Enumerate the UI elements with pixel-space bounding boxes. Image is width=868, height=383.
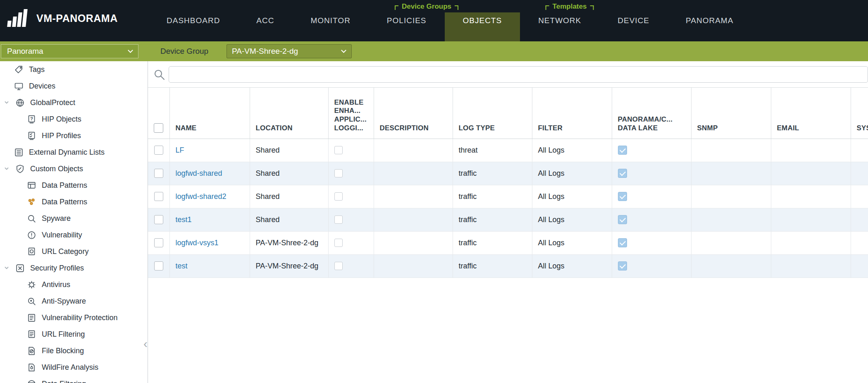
row-select-checkbox[interactable] xyxy=(154,192,163,201)
sidebar-item-label: URL Category xyxy=(42,247,88,256)
sidebar-item-globalprotect[interactable]: GlobalProtect xyxy=(0,94,148,111)
tree-expand-caret-icon[interactable] xyxy=(3,265,10,271)
cell-name: LF xyxy=(169,139,250,162)
custom-objects-icon xyxy=(15,164,25,174)
sidebar-item-antivirus[interactable]: Antivirus xyxy=(0,276,148,293)
sidebar-item-custom-objects[interactable]: Custom Objects xyxy=(0,160,148,177)
table-row: logfwd-shared2SharedtrafficAll Logs xyxy=(148,185,868,208)
cell-panorama-cdl xyxy=(612,231,691,254)
name-link[interactable]: logfwd-shared2 xyxy=(176,192,227,201)
sidebar-item-url-filtering[interactable]: URL Filtering xyxy=(0,326,148,342)
panorama-cdl-checkbox[interactable] xyxy=(618,169,627,178)
select-all-header xyxy=(148,88,169,139)
panorama-cdl-checkbox[interactable] xyxy=(618,215,627,224)
svg-text:?: ? xyxy=(30,116,33,121)
cell-enable-eal xyxy=(328,208,374,231)
sidebar-item-hip-profiles[interactable]: HIP Profiles xyxy=(0,127,148,144)
tag-icon xyxy=(14,65,24,74)
tree-expand-caret-icon[interactable] xyxy=(3,165,10,172)
panorama-cdl-checkbox[interactable] xyxy=(618,146,627,155)
sidebar-item-vulnerability-protection[interactable]: Vulnerability Protection xyxy=(0,309,148,326)
row-select-checkbox[interactable] xyxy=(154,215,163,224)
sidebar-item-spyware[interactable]: Spyware xyxy=(0,210,148,227)
panorama-scope-select[interactable]: Panorama xyxy=(1,44,138,58)
sidebar-item-data-patterns[interactable]: Data Patterns xyxy=(0,177,148,194)
sidebar-item-url-category[interactable]: URL Category xyxy=(0,243,148,260)
search-input[interactable] xyxy=(169,66,868,83)
name-link[interactable]: test1 xyxy=(176,215,192,224)
cell-email xyxy=(771,185,851,208)
sidebar-item-security-profiles[interactable]: Security Profiles xyxy=(0,260,148,276)
col-header-filter: FILTER xyxy=(532,88,612,139)
panorama-cdl-checkbox[interactable] xyxy=(618,238,627,247)
enable-eal-checkbox[interactable] xyxy=(334,169,343,177)
panorama-cdl-checkbox[interactable] xyxy=(618,192,627,201)
sidebar-item-tags[interactable]: Tags xyxy=(0,61,148,78)
bracket-left-icon xyxy=(395,5,398,10)
enable-eal-checkbox[interactable] xyxy=(334,239,343,247)
tab-acc[interactable]: ACC xyxy=(238,0,292,41)
enable-eal-checkbox[interactable] xyxy=(334,262,343,270)
name-link[interactable]: logfwd-shared xyxy=(176,169,222,177)
enable-eal-checkbox[interactable] xyxy=(334,192,343,201)
tab-panorama[interactable]: PANORAMA xyxy=(668,0,751,41)
sidebar-item-file-blocking[interactable]: File Blocking xyxy=(0,342,148,359)
tab-monitor[interactable]: MONITOR xyxy=(292,0,368,41)
cell-enable-eal xyxy=(328,231,374,254)
sidebar-collapse-handle[interactable]: ‹ xyxy=(143,338,148,350)
row-select-checkbox[interactable] xyxy=(154,169,163,178)
spyware-icon xyxy=(27,214,36,223)
sidebar-item-wildfire-analysis[interactable]: WildFire Analysis xyxy=(0,359,148,376)
row-select-checkbox[interactable] xyxy=(154,261,163,270)
cell-location: Shared xyxy=(250,185,328,208)
cell-panorama-cdl xyxy=(612,139,691,162)
cell-filter: All Logs xyxy=(532,231,612,254)
col-header-location: LOCATION xyxy=(250,88,328,139)
cell-syslog xyxy=(851,231,868,254)
cell-select xyxy=(148,208,169,231)
select-all-checkbox[interactable] xyxy=(154,123,163,133)
cell-syslog xyxy=(851,185,868,208)
enable-eal-checkbox[interactable] xyxy=(334,215,343,224)
tab-dashboard[interactable]: DASHBOARD xyxy=(148,0,238,41)
cell-log-type: threat xyxy=(453,139,532,162)
name-link[interactable]: test xyxy=(176,262,188,270)
cell-snmp xyxy=(691,208,771,231)
brand: VM-PANORAMA xyxy=(4,7,118,29)
sidebar-item-devices[interactable]: Devices xyxy=(0,78,148,94)
devices-icon xyxy=(14,81,24,91)
cell-email xyxy=(771,139,851,162)
row-select-checkbox[interactable] xyxy=(154,146,163,155)
wildfire-analysis-icon xyxy=(27,363,36,372)
sidebar-item-anti-spyware[interactable]: Anti-Spyware xyxy=(0,293,148,309)
sidebar-item-external-dynamic-lists[interactable]: External Dynamic Lists xyxy=(0,144,148,160)
chevron-down-icon xyxy=(341,48,346,53)
data-patterns-icon xyxy=(27,181,36,190)
cell-snmp xyxy=(691,162,771,185)
tree-expand-caret-icon[interactable] xyxy=(3,99,10,106)
data-patterns-alt-icon xyxy=(27,197,36,207)
cell-enable-eal xyxy=(328,185,374,208)
sidebar-item-label: External Dynamic Lists xyxy=(29,148,105,157)
cell-location: Shared xyxy=(250,162,328,185)
device-group-select[interactable]: PA-VM-Shree-2-dg xyxy=(227,44,352,58)
cell-log-type: traffic xyxy=(453,208,532,231)
cell-panorama-cdl xyxy=(612,162,691,185)
sidebar-item-vulnerability[interactable]: Vulnerability xyxy=(0,227,148,243)
name-link[interactable]: LF xyxy=(176,146,184,154)
name-link[interactable]: logfwd-vsys1 xyxy=(176,239,219,247)
panorama-cdl-checkbox[interactable] xyxy=(618,261,627,270)
col-header-email: EMAIL xyxy=(771,88,851,139)
cell-description xyxy=(374,139,453,162)
bracket-right-icon xyxy=(590,5,594,10)
tab-label: NETWORK xyxy=(538,16,581,25)
row-select-checkbox[interactable] xyxy=(154,238,163,247)
sidebar-item-hip-objects[interactable]: ?HIP Objects xyxy=(0,111,148,127)
enable-eal-checkbox[interactable] xyxy=(334,146,343,154)
tab-label: DEVICE xyxy=(618,16,649,25)
cell-name: logfwd-shared2 xyxy=(169,185,250,208)
sidebar-item-data-patterns[interactable]: Data Patterns xyxy=(0,194,148,210)
cell-name: test xyxy=(169,254,250,278)
tab-device[interactable]: DEVICE xyxy=(599,0,668,41)
sidebar-item-data-filtering[interactable]: Data Filtering xyxy=(0,376,148,383)
